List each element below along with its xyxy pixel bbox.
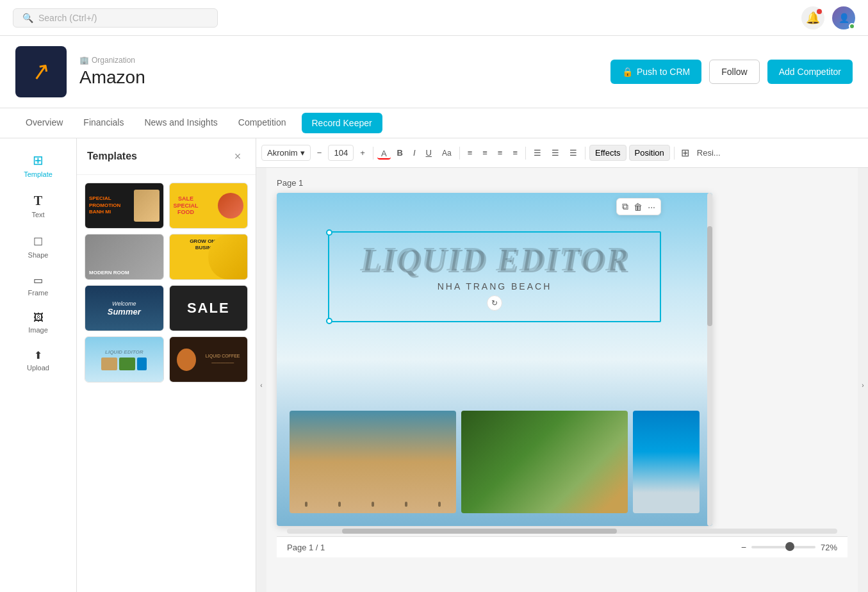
avatar-initials: 👤 — [839, 13, 849, 23]
page-info: Page 1 / 1 — [287, 543, 325, 552]
font-size-decrease-button[interactable]: − — [313, 145, 326, 160]
chevron-down-icon: ▾ — [300, 148, 305, 158]
zoom-slider[interactable] — [751, 546, 815, 548]
selection-handle-tl[interactable] — [326, 229, 332, 236]
lock-icon: 🔒 — [622, 67, 633, 77]
template-item-3[interactable]: MODERN ROOM — [85, 234, 164, 280]
sidebar-item-upload[interactable]: ⬆ Upload — [13, 343, 64, 378]
notification-button[interactable]: 🔔 — [801, 6, 824, 29]
beach-image-3[interactable] — [633, 411, 700, 513]
page-label: Page 1 — [277, 178, 848, 188]
list-unordered-button[interactable]: ☰ — [530, 145, 545, 160]
template-item-6[interactable]: SALE — [169, 285, 249, 331]
avatar-status — [849, 23, 855, 29]
company-info: ↗ 🏢 Organization Amazon — [15, 46, 145, 97]
italic-button[interactable]: I — [409, 145, 420, 160]
editor-canvas[interactable]: ⧉ 🗑 ··· LIQUID EDITOR NHA TRANG BEACH ↻ — [277, 193, 712, 526]
canvas-copy-button[interactable]: ⧉ — [622, 201, 628, 212]
beach-image-2[interactable] — [461, 411, 628, 513]
sidebar-item-frame[interactable]: ▭ Frame — [13, 268, 64, 303]
tab-news[interactable]: News and Insights — [134, 108, 227, 138]
font-selector[interactable]: Akronim ▾ — [261, 145, 311, 161]
frame-icon: ▭ — [33, 274, 43, 286]
template-item-1[interactable]: SPECIALPROMOTIONBANH MI — [85, 183, 164, 229]
zoom-minus-icon[interactable]: − — [741, 542, 746, 552]
list-ordered-button[interactable]: ☰ — [548, 145, 563, 160]
canvas-scroll-left[interactable]: ‹ — [256, 168, 266, 592]
font-color-button[interactable]: A — [377, 146, 391, 160]
grid-icon-button[interactable]: ⊞ — [678, 144, 692, 161]
beach-image-1[interactable] — [290, 411, 456, 513]
image-icon: 🖼 — [33, 312, 44, 324]
canvas-bottom-bar: Page 1 / 1 − 72% — [277, 536, 848, 557]
person-5 — [438, 502, 441, 507]
template-item-2[interactable]: SALESPECIALFOOD — [169, 183, 249, 229]
text-selection-box[interactable]: LIQUID EDITOR NHA TRANG BEACH ↻ — [328, 231, 661, 322]
selection-handle-bl[interactable] — [326, 318, 332, 324]
editor-wrapper: Akronim ▾ − 104 + A B I U Aa ≡ ≡ ≡ ≡ ☰ ☰… — [256, 138, 868, 592]
align-right-button[interactable]: ≡ — [494, 145, 507, 160]
search-placeholder: Search (Ctrl+/) — [38, 13, 97, 23]
tab-financials[interactable]: Financials — [73, 108, 134, 138]
sidebar-item-text[interactable]: T Text — [13, 187, 64, 225]
font-size-value[interactable]: 104 — [328, 145, 354, 161]
tab-overview[interactable]: Overview — [15, 108, 73, 138]
shape-icon: □ — [34, 234, 42, 249]
nav-tabs: Overview Financials News and Insights Co… — [0, 108, 868, 138]
canvas-wrapper: ‹ Page 1 ⧉ 🗑 ··· LIQUID E — [256, 168, 868, 592]
canvas-scroll-right[interactable]: › — [858, 168, 868, 592]
avatar[interactable]: 👤 — [832, 6, 855, 29]
main-content: ⊞ Template T Text □ Shape ▭ Frame 🖼 Imag… — [0, 138, 868, 592]
search-icon: 🔍 — [22, 13, 33, 23]
company-name: Amazon — [79, 67, 145, 88]
sidebar-text-label: Text — [31, 211, 44, 218]
scrollbar-vertical[interactable] — [707, 193, 712, 526]
underline-button[interactable]: U — [422, 145, 436, 160]
zoom-slider-thumb — [785, 542, 794, 551]
scrollbar-horizontal-thumb — [342, 529, 618, 534]
rotate-handle[interactable]: ↻ — [487, 295, 502, 311]
templates-grid: SPECIALPROMOTIONBANH MI SALESPECIALFOOD — [77, 175, 256, 390]
close-templates-button[interactable]: × — [230, 149, 245, 164]
position-button[interactable]: Position — [629, 145, 670, 161]
align-left-button[interactable]: ≡ — [464, 145, 477, 160]
canvas-more-button[interactable]: ··· — [648, 202, 655, 212]
template-item-8[interactable]: LIQUID COFFEE————— — [169, 336, 249, 382]
effects-button[interactable]: Effects — [589, 145, 626, 161]
canvas-subtitle: NHA TRANG BEACH — [340, 281, 650, 292]
sidebar-item-image[interactable]: 🖼 Image — [13, 306, 64, 340]
follow-button[interactable]: Follow — [709, 60, 759, 84]
divider-2 — [459, 147, 460, 160]
resize-button[interactable]: Resi... — [694, 145, 723, 160]
person-4 — [405, 502, 407, 507]
top-bar-right: 🔔 👤 — [801, 6, 855, 29]
canvas-float-toolbar: ⧉ 🗑 ··· — [616, 198, 661, 215]
align-justify-button[interactable]: ≡ — [509, 145, 521, 160]
sidebar-item-shape[interactable]: □ Shape — [13, 227, 64, 265]
sidebar-image-label: Image — [28, 326, 48, 334]
tab-competition[interactable]: Competition — [228, 108, 297, 138]
company-logo: ↗ — [15, 46, 67, 97]
canvas-scroll-area: Page 1 ⧉ 🗑 ··· LIQUID EDITOR NHA TRANG — [266, 168, 858, 592]
company-header: ↗ 🏢 Organization Amazon 🔒 Push to CRM Fo… — [0, 36, 868, 108]
scrollbar-horizontal[interactable] — [287, 529, 837, 534]
push-to-crm-button[interactable]: 🔒 Push to CRM — [610, 60, 701, 84]
company-type: 🏢 Organization — [79, 56, 145, 65]
add-competitor-button[interactable]: Add Competitor — [767, 60, 853, 84]
case-button[interactable]: Aa — [438, 146, 455, 160]
bold-button[interactable]: B — [393, 145, 407, 160]
template-item-4[interactable]: GROW ONLINEBUSINESS — [169, 234, 249, 280]
sidebar-shape-label: Shape — [28, 251, 49, 259]
search-box[interactable]: 🔍 Search (Ctrl+/) — [13, 8, 218, 28]
templates-header: Templates × — [77, 138, 256, 175]
company-logo-icon: ↗ — [29, 57, 53, 87]
font-size-increase-button[interactable]: + — [356, 145, 369, 160]
canvas-delete-button[interactable]: 🗑 — [634, 202, 643, 212]
template-item-5[interactable]: Welcome Summer — [85, 285, 164, 331]
sidebar-item-template[interactable]: ⊞ Template — [13, 146, 64, 185]
list-indent-button[interactable]: ☰ — [566, 145, 581, 160]
zoom-control: − 72% — [741, 542, 837, 552]
tab-record-keeper[interactable]: Record Keeper — [302, 113, 382, 133]
template-item-7[interactable]: LIQUID EDITOR — [85, 336, 164, 382]
align-center-button[interactable]: ≡ — [479, 145, 491, 160]
